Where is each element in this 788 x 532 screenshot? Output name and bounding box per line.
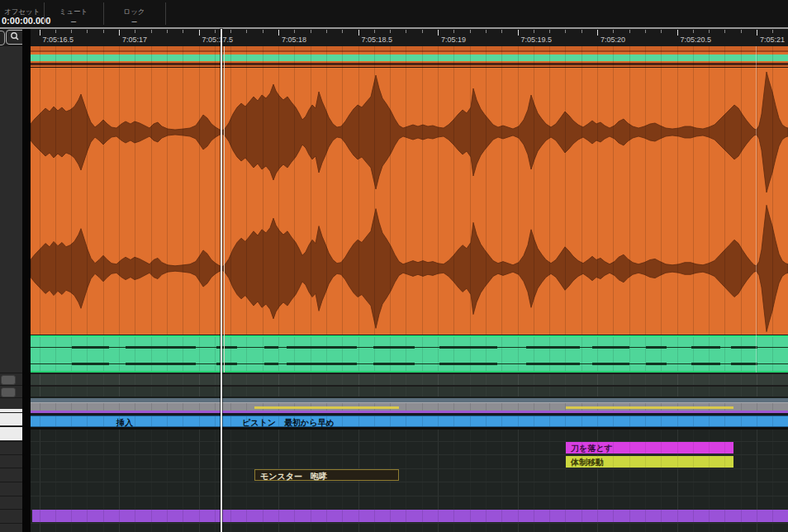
selected-track-highlight[interactable] xyxy=(0,409,22,425)
grid-line-minor xyxy=(470,510,471,522)
grid-line-minor xyxy=(311,387,311,397)
event-grid-area[interactable]: 刀を落とす体制移動モンスター 咆哮 xyxy=(31,430,788,532)
ruler-time-label: 7:05:18.5 xyxy=(362,36,393,44)
ruler-tick xyxy=(582,30,582,33)
grid-line-minor xyxy=(693,510,694,522)
teal-waveform-segment xyxy=(216,363,237,365)
audio-clip-main[interactable] xyxy=(31,68,788,335)
grid-line-minor xyxy=(677,416,678,426)
grid-line-minor xyxy=(629,374,630,385)
grid-line-minor xyxy=(278,416,279,426)
event-purple-long[interactable] xyxy=(32,510,788,522)
grid-line-minor xyxy=(518,510,519,522)
grid-line-minor xyxy=(390,387,391,397)
grid-line-minor xyxy=(470,416,471,426)
event-sword-drop[interactable]: 刀を落とす xyxy=(566,442,733,454)
grid-line-minor xyxy=(135,68,135,335)
empty-track-lane[interactable] xyxy=(31,374,788,385)
event-monster-roar[interactable]: モンスター 咆哮 xyxy=(254,469,399,481)
grid-line-major xyxy=(40,374,40,385)
grid-line-minor xyxy=(374,416,375,426)
grid-line-minor xyxy=(311,337,311,371)
grid-line-minor xyxy=(645,442,646,454)
grid-line-minor xyxy=(741,387,742,397)
grid-line-minor xyxy=(294,374,295,385)
grid-line-major xyxy=(438,374,439,385)
grid-line-minor xyxy=(71,46,72,68)
grid-line-minor xyxy=(183,68,183,335)
ruler-tick xyxy=(103,30,104,33)
grid-line-minor xyxy=(151,387,152,397)
grid-line-minor xyxy=(693,374,694,385)
teal-waveform-segment xyxy=(691,363,720,365)
grid-line-minor xyxy=(549,403,550,411)
grid-line-minor xyxy=(661,337,662,371)
grid-line-minor xyxy=(645,68,646,335)
automation-yellow-line[interactable] xyxy=(566,406,733,409)
grid-line-minor xyxy=(87,374,88,385)
grid-line-minor xyxy=(230,387,231,397)
grid-line-minor xyxy=(486,68,487,335)
grid-line-minor xyxy=(294,416,295,426)
grid-line-minor xyxy=(55,337,56,371)
event-stance-move[interactable]: 体制移動 xyxy=(566,456,733,468)
empty-track-lane[interactable] xyxy=(31,387,788,397)
grid-line-minor xyxy=(565,68,566,335)
audio-clip-teal[interactable] xyxy=(31,335,788,373)
grid-line-minor xyxy=(677,456,678,468)
automation-strip-gray[interactable] xyxy=(31,402,788,411)
timeline-ruler-row[interactable]: 7:05:16.57:05:177:05:17.57:05:187:05:18.… xyxy=(0,29,788,46)
grid-line-minor xyxy=(422,510,423,522)
grid-line-major xyxy=(199,374,200,385)
grid-line-minor xyxy=(629,510,630,522)
grid-line-minor xyxy=(549,374,550,385)
marker-track-blue[interactable]: 挿入 ピストン 最初から早め xyxy=(31,416,788,427)
grid-line-minor xyxy=(661,46,662,68)
grid-line-minor xyxy=(230,374,231,385)
grid-line-minor xyxy=(103,374,104,385)
ruler-tick xyxy=(693,30,694,33)
collapsed-clip-strips[interactable] xyxy=(31,46,788,68)
grid-line-minor xyxy=(677,510,678,522)
clip-boundary-line[interactable] xyxy=(224,46,225,373)
lock-value[interactable]: – xyxy=(103,12,165,27)
grid-line-major xyxy=(597,387,598,397)
row-divider-line xyxy=(31,468,788,469)
clip-boundary-line[interactable] xyxy=(756,46,757,373)
sidebar-track-button[interactable] xyxy=(1,387,16,397)
sidebar-row-divider xyxy=(0,496,22,496)
grid-line-minor xyxy=(342,46,343,68)
playhead-cursor[interactable] xyxy=(221,29,222,532)
grid-line-minor xyxy=(582,46,582,68)
grid-line-minor xyxy=(629,46,630,68)
grid-line-minor xyxy=(263,387,263,397)
teal-waveform-segment xyxy=(373,346,415,349)
mute-value[interactable]: – xyxy=(44,12,103,27)
waveform-channel-1 xyxy=(31,72,788,192)
grid-line-minor xyxy=(501,46,502,68)
grid-line-major xyxy=(358,374,359,385)
grid-line-minor xyxy=(311,68,311,335)
grid-line-minor xyxy=(358,46,359,68)
ruler-time-label: 7:05:21 xyxy=(760,36,785,44)
automation-yellow-line[interactable] xyxy=(254,406,399,409)
grid-line-minor xyxy=(453,510,454,522)
timeline-ruler[interactable]: 7:05:16.57:05:177:05:17.57:05:187:05:18.… xyxy=(0,29,788,46)
grid-line-minor xyxy=(151,374,152,385)
grid-line-minor xyxy=(103,46,104,68)
grid-line-minor xyxy=(422,337,423,371)
grid-line-minor xyxy=(167,403,168,411)
grid-line-major xyxy=(278,374,279,385)
arrangement-area[interactable]: 挿入 ピストン 最初から早め 刀を落とす体制移動モンスター 咆哮 xyxy=(31,46,788,532)
grid-line-minor xyxy=(230,403,231,411)
selected-track-highlight[interactable] xyxy=(0,427,22,440)
grid-line-minor xyxy=(534,68,534,335)
grid-line-major xyxy=(119,374,120,385)
grid-line-minor xyxy=(151,416,152,426)
teal-waveform-segment xyxy=(287,363,357,365)
grid-line-minor xyxy=(135,416,135,426)
sidebar-track-button[interactable] xyxy=(1,375,16,385)
grid-line-minor xyxy=(119,403,120,411)
grid-line-major xyxy=(677,374,678,385)
grid-line-minor xyxy=(741,68,742,335)
